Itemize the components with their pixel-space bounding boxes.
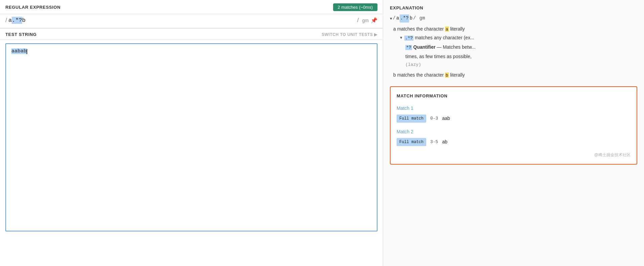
exp-item-lazy: (lazy) (405, 61, 637, 69)
explanation-collapse-icon[interactable]: ▼ (390, 16, 392, 22)
exp-item-dotstarq: ▼ .*? matches any character (ex... (399, 33, 637, 43)
match-2-label: Match 2 (397, 128, 631, 136)
match-1-label: Match 1 (397, 104, 631, 113)
match-2-full-match-badge: Full match (397, 138, 426, 146)
exp-item-quantifier: *? Quantifier — Matches betw... (405, 43, 637, 52)
regex-open-slash: / (5, 17, 7, 24)
watermark: @稀土掘金技术社区 (397, 151, 631, 158)
switch-unit-tests-arrow: ▶ (374, 32, 377, 37)
exp-open-slash: / (393, 14, 396, 23)
match-1-range: 0-3 (430, 115, 438, 122)
exp-item-b: b matches the character b literally (393, 71, 637, 80)
test-string-content: aabab (11, 48, 27, 54)
explanation-title: EXPLANATION (390, 5, 637, 10)
test-string-textarea[interactable]: aabab (5, 43, 377, 231)
regex-flags-area: / gm 📌 (357, 17, 377, 24)
regex-close-slash: / (357, 17, 359, 24)
match-info-title: MATCH INFORMATION (397, 92, 631, 100)
explanation-content: ▼ / a.*?b / gm a matches the character a… (390, 14, 637, 165)
right-panel: EXPLANATION ▼ / a.*?b / gm a matches the… (383, 0, 644, 266)
switch-unit-tests-button[interactable]: SWITCH TO UNIT TESTS ▶ (322, 32, 377, 37)
regex-input[interactable]: a.*?b (8, 17, 357, 24)
match-1-highlight: aab (11, 48, 21, 54)
exp-item-a: a matches the character a literally (393, 25, 637, 34)
exp-flags: gm (416, 14, 425, 23)
test-string-title: TEST STRING (5, 32, 37, 37)
match-item-1: Match 1 Full match 0-3 aab (397, 104, 631, 123)
match-item-2: Match 2 Full match 3-5 ab (397, 128, 631, 146)
match-2-highlight: ab (21, 48, 27, 54)
regex-char-b: b (22, 17, 26, 24)
exp-dotstarq-collapse[interactable]: ▼ (399, 34, 403, 41)
exp-a-text: a matches the character a literally (393, 25, 465, 34)
regex-section-title: REGULAR EXPRESSION (5, 5, 61, 10)
switch-unit-tests-label: SWITCH TO UNIT TESTS (322, 32, 373, 37)
exp-dotstarq-char: .*? (400, 14, 409, 23)
match-2-value: ab (442, 138, 447, 146)
match-1-value: aab (442, 115, 450, 123)
exp-item-times: times, as few times as possible, (405, 52, 637, 61)
match-1-full-match-badge: Full match (397, 115, 426, 123)
matches-badge: 2 matches (~0ms) (333, 3, 377, 11)
explanation-tree: a matches the character a literally ▼ .*… (393, 25, 637, 80)
exp-b-char: b (410, 14, 412, 23)
regex-char-dot-star-q: .*? (12, 17, 22, 24)
text-cursor (27, 49, 27, 54)
regex-char-a: a (8, 17, 12, 24)
match-info-box: MATCH INFORMATION Match 1 Full match 0-3… (390, 86, 637, 165)
explanation-regex-line: ▼ / a.*?b / gm (390, 14, 637, 23)
exp-a-char: a (396, 14, 399, 23)
match-1-detail: Full match 0-3 aab (397, 115, 631, 123)
match-2-detail: Full match 3-5 ab (397, 138, 631, 146)
regex-flags[interactable]: gm (362, 18, 369, 23)
flag-pin-icon[interactable]: 📌 (371, 17, 377, 24)
exp-close-slash: / (413, 14, 416, 23)
match-2-range: 3-5 (430, 138, 438, 146)
